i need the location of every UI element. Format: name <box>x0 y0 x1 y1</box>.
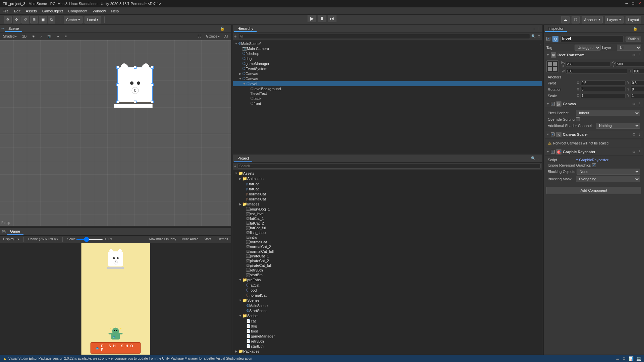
tree-item-animation[interactable]: ▶ 📁 Animation <box>233 176 542 181</box>
resolution-btn[interactable]: Phone (760x1280) ▾ <box>26 237 60 241</box>
ignore-reversed-check[interactable] <box>592 163 596 167</box>
tree-item-fatcat-2[interactable]: 🖼 fatCat_2 <box>233 221 542 226</box>
tree-item-normalcat1[interactable]: ▷ normalCat <box>233 191 542 196</box>
tab-hierarchy[interactable]: Hierarchy <box>234 26 257 32</box>
game-more-icon[interactable]: ⋮ <box>226 229 230 233</box>
tree-item-gamemanager-script[interactable]: 📄 gameManager <box>233 334 542 339</box>
canvas-header[interactable]: 🖼 Canvas ⚙ ⋮ <box>545 100 643 108</box>
tree-item-normalcat-prefab[interactable]: ⬡ normalCat <box>233 293 542 298</box>
fish-shop-button[interactable]: 🐟 F I S H S H O P <box>91 342 141 354</box>
tab-project[interactable]: Project <box>234 156 252 162</box>
tab-game[interactable]: Game <box>7 229 23 235</box>
layers-btn[interactable]: Layers ▾ <box>605 16 624 23</box>
canvas-scaler-more[interactable]: ⋮ <box>638 132 641 137</box>
object-name-field[interactable] <box>560 36 624 42</box>
tree-item-normalcat2[interactable]: ▷ normalCat <box>233 196 542 201</box>
tool-hand[interactable]: ✥ <box>4 16 12 23</box>
maximize-btn[interactable]: Maximize On Play <box>148 237 178 241</box>
status-icon-4[interactable]: 💻 <box>636 356 641 361</box>
expand-btn[interactable]: ⛶ <box>196 34 203 39</box>
inspector-lock-icon[interactable]: 🔒 <box>633 26 638 31</box>
tree-item-scripts[interactable]: ▼ 📁 Scripts <box>233 313 542 318</box>
hierarchy-filter-icon[interactable]: ⚙ <box>537 34 541 39</box>
tree-item-assets[interactable]: ▼ 📁 Assets <box>233 171 542 176</box>
light-btn[interactable]: ☀ <box>30 34 37 39</box>
handle-bottom-mid[interactable] <box>134 101 137 103</box>
mainscene-more[interactable]: ⋮ <box>538 41 542 46</box>
handle-top-left[interactable] <box>116 66 119 69</box>
script-value[interactable]: :: GraphicRaycaster <box>576 158 608 162</box>
project-search-icon[interactable]: 🔍 <box>531 156 536 161</box>
graphic-raycaster-settings[interactable]: ⚙ <box>632 150 636 154</box>
canvas-scaler-active-check[interactable] <box>551 132 555 136</box>
tree-item-retrybtn-script[interactable]: 📄 retryBtn <box>233 339 542 344</box>
rot-x-input[interactable] <box>580 87 626 92</box>
scene-viewport[interactable]: 0 Persp <box>0 40 231 226</box>
tree-item-fatcat2[interactable]: ▷ fatCat <box>233 186 542 191</box>
tab-scene[interactable]: Scene <box>5 26 22 32</box>
step-button[interactable]: ⏭ <box>328 15 336 22</box>
tree-item-levelbg[interactable]: ⬡ levelBackground <box>233 86 542 91</box>
tree-item-cat-level[interactable]: 🖼 cat_level <box>233 212 542 216</box>
tree-item-prefabs[interactable]: ▼ 📁 preFabs <box>233 277 542 283</box>
minimize-btn[interactable]: ─ <box>626 1 628 6</box>
maximize-btn[interactable]: □ <box>632 1 634 6</box>
hierarchy-add-btn[interactable]: + <box>234 34 237 39</box>
project-more-icon[interactable]: ⋮ <box>537 156 541 161</box>
collab-btn[interactable]: ⬡ <box>572 16 580 23</box>
tree-item-startbtn-img[interactable]: 🖼 startBtn <box>233 273 542 277</box>
menu-edit[interactable]: Edit <box>14 9 20 13</box>
blocking-mask-select[interactable]: Everything <box>576 176 640 182</box>
hierarchy-search-icon[interactable]: 🔍 <box>531 34 536 39</box>
object-active-checkbox[interactable] <box>546 37 550 41</box>
rect-transform-header[interactable]: ⊞ Rect Transform ⚙ ⋮ <box>545 51 643 59</box>
tree-item-canvas2[interactable]: ▼ ⬡ Canvas <box>233 76 542 81</box>
tree-item-piratecat-1[interactable]: 🖼 pirateCat_1 <box>233 254 542 258</box>
hierarchy-search-input[interactable] <box>238 34 530 39</box>
hierarchy-add-icon[interactable]: + <box>533 27 535 31</box>
tree-item-startscene[interactable]: ⊙ StartScene <box>233 308 542 313</box>
camera-btn[interactable]: 📷 <box>46 34 53 39</box>
menu-gameobject[interactable]: GameObject <box>42 9 63 13</box>
canvas-scaler-settings[interactable]: ⚙ <box>632 132 636 137</box>
tool-rect[interactable]: ▣ <box>39 16 47 23</box>
anchor-display[interactable] <box>546 60 560 74</box>
gizmos-btn[interactable]: Gizmos ▾ <box>204 34 221 39</box>
tab-inspector[interactable]: Inspector <box>545 26 567 32</box>
layout-btn[interactable]: Layout <box>626 16 641 23</box>
account-btn[interactable]: Account ▾ <box>582 16 603 23</box>
tool-rotate[interactable]: ↺ <box>21 16 29 23</box>
additional-shader-select[interactable]: Nothing <box>596 123 640 129</box>
tree-item-packages[interactable]: ▶ 📁 Packages <box>233 349 542 354</box>
tree-item-food-script[interactable]: 📄 food <box>233 328 542 334</box>
tool-move[interactable]: ✛ <box>13 16 20 23</box>
menu-assets[interactable]: Assets <box>26 9 37 13</box>
play-button[interactable]: ▶ <box>308 15 316 22</box>
tree-item-gamemanager[interactable]: ⬡ gameManager <box>233 61 542 66</box>
tree-item-level[interactable]: ▼ ⬡ level <box>233 81 542 86</box>
tree-item-dog-script[interactable]: 📄 dog <box>233 323 542 328</box>
graphic-raycaster-active-check[interactable] <box>551 150 555 154</box>
rect-transform-more[interactable]: ⋮ <box>638 53 641 57</box>
rot-y-input[interactable] <box>631 87 644 92</box>
tree-item-back[interactable]: ⬡ back <box>233 96 542 101</box>
all-btn[interactable]: All <box>223 34 230 39</box>
scale-slider[interactable] <box>76 239 103 240</box>
game-viewport[interactable]: 0 <box>0 243 231 355</box>
tree-item-fatcat1[interactable]: ▷ fatCat <box>233 181 542 186</box>
pixel-perfect-select[interactable]: Inherit <box>576 110 640 116</box>
canvas-scaler-header[interactable]: ⤡ Canvas Scaler ⚙ ⋮ <box>545 131 643 138</box>
game-gizmos-btn[interactable]: Gizmos <box>215 237 230 241</box>
scale-x-input[interactable] <box>580 93 626 98</box>
graphic-raycaster-header[interactable]: 🎯 Graphic Raycaster ⚙ ⋮ <box>545 148 643 156</box>
rect-transform-settings[interactable]: ⚙ <box>632 53 636 57</box>
tree-item-fatcat-prefab[interactable]: ⬡ fatCat <box>233 283 542 288</box>
close-btn[interactable]: ✕ <box>638 1 641 6</box>
pos-x-input[interactable] <box>566 62 611 67</box>
tool-scale[interactable]: ⊞ <box>30 16 38 23</box>
tree-item-scenes[interactable]: ▼ 📁 Scenes <box>233 298 542 303</box>
layers-scene-btn[interactable]: ≡ <box>63 34 68 39</box>
project-search-input[interactable] <box>237 164 541 169</box>
status-icon-2[interactable]: ⚙ <box>622 356 626 361</box>
pivot-btn[interactable]: Center ▾ <box>64 16 83 23</box>
